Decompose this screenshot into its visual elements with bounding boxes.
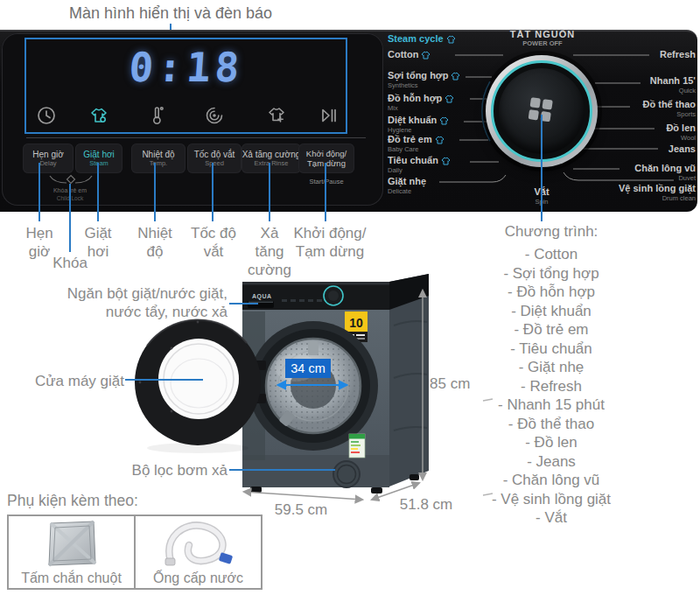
dial-label-delicate: Giặt nhẹ Delicate xyxy=(388,176,426,195)
dial-label-quick: Nhanh 15' Quick xyxy=(650,75,696,94)
dial-label-baby-care: Đồ trẻ em Baby Care xyxy=(388,134,444,153)
drum-width-label: 34 cm xyxy=(290,361,326,375)
dial-label-hygiene: Diệt khuẩn Hygiene xyxy=(388,115,449,134)
time-display: 0:18 xyxy=(110,44,262,91)
machine-brand-logo: AQUA xyxy=(252,293,272,300)
accessories-title: Phụ kiện kèm theo: xyxy=(7,492,138,510)
annotation-line-dial xyxy=(541,115,542,221)
shirt-icon xyxy=(435,136,444,144)
dial-label-daily: Tiêu chuẩn Daily xyxy=(388,155,451,174)
infographic-stage: Màn hình hiển thị và đèn báo 0:18 xyxy=(0,0,700,595)
annotation-line-door xyxy=(125,379,203,381)
drain-filter xyxy=(333,461,360,487)
dial-label-drum-clean: Vệ sinh lồng giặt Drum clean xyxy=(619,183,696,202)
dial-label-duvet: Chăn lông vũ Duvet xyxy=(634,163,696,182)
dial-label-refresh: Refresh xyxy=(660,49,696,60)
water-hose-image xyxy=(157,519,241,570)
dispenser-label: Ngăn bột giặt/nước giặt, nước tẩy, nước … xyxy=(48,284,228,321)
svg-text:10: 10 xyxy=(349,316,363,330)
button-delay[interactable]: Hẹn giờ Delay xyxy=(23,144,74,173)
accessories-box: Tấm chắn chuột Ống cấp nước xyxy=(7,514,262,590)
annotation-line-steam xyxy=(97,163,99,221)
dial-label-sports: Đồ thể thao Sports xyxy=(643,99,696,118)
dial-label-cotton: Cotton xyxy=(388,49,430,60)
dial-label-jeans: Jeans xyxy=(668,144,696,155)
display-annotation-title: Màn hình hiển thị và đèn báo xyxy=(39,4,302,23)
height-label: 85 cm xyxy=(430,375,470,392)
accessory-water-hose: Ống cấp nước xyxy=(134,516,261,588)
energy-label xyxy=(349,434,365,458)
button-temp[interactable]: Nhiệt độ Temp. xyxy=(131,144,186,173)
start-pause-icon xyxy=(317,104,340,127)
dial-label-steam-cycle: Steam cycle xyxy=(388,33,456,45)
spin-icon xyxy=(203,104,226,127)
shirt-icon xyxy=(444,94,454,103)
filter-label: Bộ lọc bơm xả xyxy=(127,461,228,480)
shirt-icon xyxy=(441,157,451,165)
dial-label-wool: Đồ len Wool xyxy=(666,122,696,142)
annotation-line-lock xyxy=(69,184,71,252)
annotation-line-dispenser xyxy=(229,303,258,304)
button-start-pause[interactable]: Khởi động/ Tạm dừng xyxy=(298,144,354,173)
accessory-label: Ống cấp nước xyxy=(153,570,243,586)
annotation-line-start xyxy=(325,163,326,221)
shirt-icon xyxy=(451,72,460,80)
start-pause-en-label: Start/Pause xyxy=(298,178,354,186)
annotation-line-delay xyxy=(38,163,40,221)
annotation-line-speed xyxy=(212,163,214,221)
mouse-guard-image xyxy=(44,519,100,570)
machine-drum xyxy=(248,321,378,451)
annotation-speed: Tốc độ vắt xyxy=(186,224,242,261)
temperature-icon xyxy=(146,104,169,127)
button-speed[interactable]: Tốc độ vắt Speed xyxy=(187,144,242,173)
annotation-steam: Giặt hơi xyxy=(76,224,120,261)
dial-label-mix: Đồ hỗn hợp Mix xyxy=(388,93,454,112)
delay-clock-icon xyxy=(35,104,58,127)
panel-separator xyxy=(26,137,366,138)
annotation-start: Khởi động/ Tạm dừng xyxy=(290,224,370,261)
annotation-line-filter xyxy=(229,469,335,471)
program-item: - Cotton xyxy=(455,245,648,264)
width-label: 59.5 cm xyxy=(275,501,327,518)
button-extra-rinse[interactable]: Xả tăng cường Extra Rinse xyxy=(242,144,301,173)
annotation-line-temp xyxy=(154,163,156,221)
annotation-line-rinse xyxy=(269,163,270,221)
accessory-label: Tấm chắn chuột xyxy=(21,570,122,586)
shirt-icon xyxy=(421,51,430,60)
button-steam[interactable]: Giặt hơi Steam xyxy=(75,144,122,173)
shirt-icon xyxy=(446,35,456,44)
program-list-title: Chương trình: xyxy=(455,222,648,242)
depth-label: 51.8 cm xyxy=(400,496,452,513)
extra-rinse-icon xyxy=(265,104,288,127)
door-label: Cửa máy giặt xyxy=(26,372,124,390)
dial-label-synthetics: Sợi tổng hợp Synthetics xyxy=(388,70,460,89)
machine-body: AQUA 10 xyxy=(242,274,429,494)
shirt-icon xyxy=(439,116,449,125)
annotation-temp: Nhiệt độ xyxy=(130,224,179,261)
steam-wash-icon xyxy=(88,104,110,127)
accessory-mouse-guard: Tấm chắn chuột xyxy=(9,516,134,588)
